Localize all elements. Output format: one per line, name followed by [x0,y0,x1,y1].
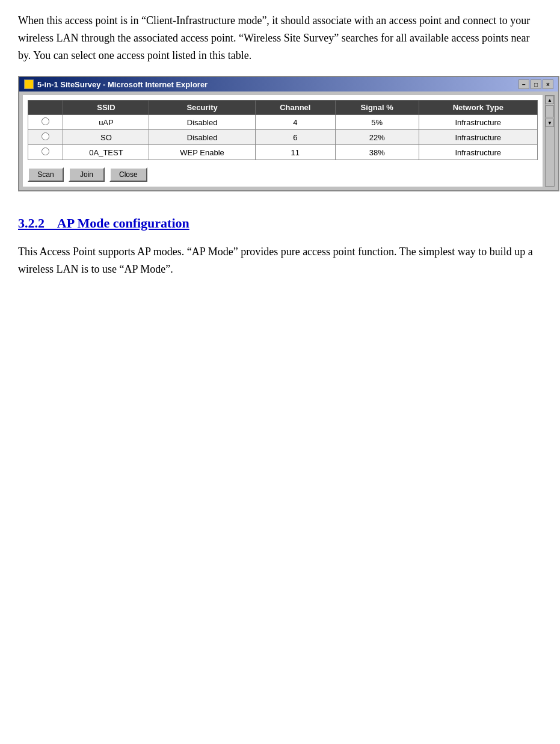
close-button[interactable]: × [543,79,553,89]
cell-signal: 38% [335,145,419,160]
browser-icon [24,79,34,89]
intro-paragraph: When this access point is in “Client-Inf… [18,12,542,64]
cell-ssid: 0A_TEST [63,145,149,160]
scroll-up-arrow[interactable]: ▲ [546,96,554,104]
section-paragraph: This Access Point supports AP modes. “AP… [18,243,542,278]
scroll-thumb[interactable] [546,105,554,117]
cell-network_type: Infrastructure [419,115,537,130]
cell-ssid: SO [63,130,149,145]
radio-cell[interactable] [28,145,63,160]
table-row: uAPDisabled45%Infrastructure [28,115,538,130]
browser-content: SSID Security Channel Signal % Network T… [19,91,558,190]
button-row: Scan Join Close [28,167,538,182]
browser-title: 5-in-1 SiteSurvey - Microsoft Internet E… [37,80,208,89]
table-row: 0A_TESTWEP Enable1138%Infrastructure [28,145,538,160]
cell-channel: 4 [255,115,335,130]
restore-button[interactable]: □ [531,79,541,89]
scroll-down-arrow[interactable]: ▼ [546,119,554,127]
cell-network_type: Infrastructure [419,130,537,145]
col-channel: Channel [255,101,335,115]
browser-window: 5-in-1 SiteSurvey - Microsoft Internet E… [18,76,559,191]
browser-inner: SSID Security Channel Signal % Network T… [23,95,543,187]
cell-security: WEP Enable [149,145,255,160]
col-network-type: Network Type [419,101,537,115]
col-radio [28,101,63,115]
cell-network_type: Infrastructure [419,145,537,160]
col-security: Security [149,101,255,115]
table-header-row: SSID Security Channel Signal % Network T… [28,101,538,115]
survey-table: SSID Security Channel Signal % Network T… [28,100,538,160]
scan-button[interactable]: Scan [28,167,64,182]
radio-cell[interactable] [28,130,63,145]
cell-signal: 22% [335,130,419,145]
cell-signal: 5% [335,115,419,130]
scrollbar: ▲ ▼ [545,95,555,187]
radio-cell[interactable] [28,115,63,130]
cell-channel: 11 [255,145,335,160]
table-row: SODisabled622%Infrastructure [28,130,538,145]
cell-channel: 6 [255,130,335,145]
minimize-button[interactable]: − [518,79,529,89]
cell-security: Disabled [149,115,255,130]
col-ssid: SSID [63,101,149,115]
join-button[interactable]: Join [69,167,105,182]
cell-security: Disabled [149,130,255,145]
titlebar-buttons: − □ × [518,79,553,89]
browser-titlebar: 5-in-1 SiteSurvey - Microsoft Internet E… [19,77,558,91]
titlebar-left: 5-in-1 SiteSurvey - Microsoft Internet E… [24,79,208,89]
section-heading: 3.2.2 AP Mode configuration [18,215,542,231]
col-signal: Signal % [335,101,419,115]
cell-ssid: uAP [63,115,149,130]
close-dialog-button[interactable]: Close [109,167,147,182]
